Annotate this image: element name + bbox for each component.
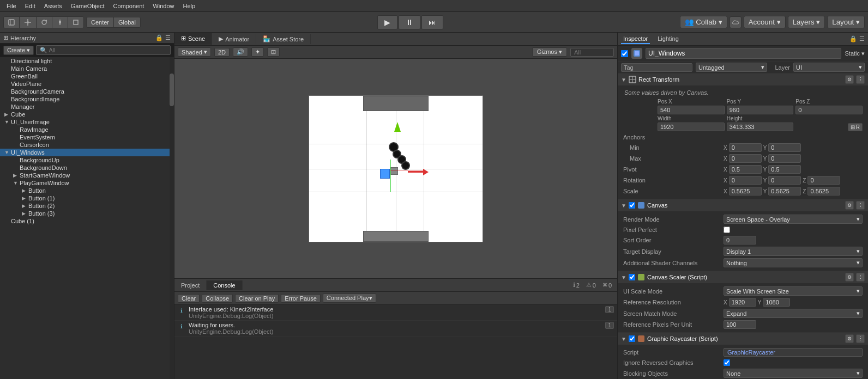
effects-button[interactable]: ✦ <box>251 47 264 57</box>
canvas-settings-button[interactable]: ⚙ <box>845 201 854 210</box>
tree-item-backgroundup[interactable]: BackgroundUp <box>0 156 170 164</box>
hierarchy-scrollbar-thumb[interactable] <box>170 74 174 106</box>
hand-tool-button[interactable] <box>4 17 20 28</box>
canvas-scaler-enabled-checkbox[interactable] <box>629 274 635 280</box>
rect-tool-button[interactable] <box>68 17 83 28</box>
scene-viewport[interactable] <box>174 59 617 278</box>
global-button[interactable]: Global <box>114 17 140 27</box>
ref-res-x-field[interactable] <box>729 298 756 307</box>
tag-dropdown[interactable]: Untagged ▾ <box>696 63 767 72</box>
tab-console[interactable]: Console <box>207 280 242 290</box>
tree-item-greenball[interactable]: GreenBall <box>0 72 170 80</box>
step-button[interactable]: ⏭ <box>421 15 443 29</box>
shader-channels-dropdown[interactable]: Nothing ▾ <box>724 258 863 267</box>
static-arrow[interactable]: ▾ <box>861 50 865 57</box>
tree-item-ui-windows[interactable]: ▼UI_Windows <box>0 149 170 156</box>
object-name-field[interactable] <box>646 48 841 59</box>
ignore-reversed-checkbox[interactable] <box>724 359 730 366</box>
pos-y-field[interactable] <box>727 106 794 114</box>
pivot-button[interactable]: Center <box>87 17 114 27</box>
hierarchy-more-icon[interactable]: ☰ <box>165 34 171 41</box>
canvas-header[interactable]: ▼ Canvas ⚙ ⋮ <box>618 199 868 211</box>
anchor-min-y-field[interactable] <box>768 143 801 152</box>
gizmos-dropdown[interactable]: Gizmos ▾ <box>532 47 567 57</box>
layer-dropdown[interactable]: UI ▾ <box>793 63 865 72</box>
tree-item-main-camera[interactable]: Main Camera <box>0 65 170 72</box>
tree-item-button1[interactable]: ▶Button (1) <box>0 194 170 202</box>
graphic-raycaster-overflow-button[interactable]: ⋮ <box>856 334 865 343</box>
anchor-max-y-field[interactable] <box>768 154 801 163</box>
target-display-dropdown[interactable]: Display 1 ▾ <box>724 247 863 256</box>
overlay-button[interactable]: ⊡ <box>267 47 280 57</box>
play-button[interactable]: ▶ <box>377 15 397 29</box>
width-field[interactable] <box>658 123 725 131</box>
rot-y-field[interactable] <box>768 176 801 185</box>
graphic-raycaster-enabled-checkbox[interactable] <box>629 335 635 342</box>
tree-item-cube[interactable]: ▶Cube <box>0 111 170 118</box>
render-mode-dropdown[interactable]: Screen Space - Overlay ▾ <box>724 215 863 224</box>
canvas-scaler-header[interactable]: ▼ Canvas Scaler (Script) ⚙ ⋮ <box>618 271 868 283</box>
tree-item-cursoricon[interactable]: CursorIcon <box>0 141 170 149</box>
clear-on-play-button[interactable]: Clear on Play <box>235 294 279 303</box>
object-enabled-checkbox[interactable] <box>621 50 628 57</box>
tree-item-videoplane[interactable]: VideoPlane <box>0 80 170 88</box>
inspector-more-icon[interactable]: ☰ <box>859 35 865 42</box>
canvas-enabled-checkbox[interactable] <box>629 202 635 209</box>
tree-item-cube1[interactable]: Cube (1) <box>0 217 170 225</box>
menu-gameobject[interactable]: GameObject <box>67 0 109 12</box>
tree-item-background-image[interactable]: BackgroundImage <box>0 95 170 103</box>
graphic-raycaster-settings-button[interactable]: ⚙ <box>845 334 854 343</box>
tab-animator[interactable]: ▶ Animator <box>212 34 256 44</box>
menu-help[interactable]: Help <box>178 0 200 12</box>
sort-order-field[interactable] <box>724 236 756 244</box>
clear-button[interactable]: Clear <box>178 294 200 303</box>
hierarchy-lock-icon[interactable]: 🔒 <box>155 34 163 41</box>
2d-button[interactable]: 2D <box>214 48 230 57</box>
height-field[interactable] <box>727 123 794 131</box>
screen-match-mode-dropdown[interactable]: Expand ▾ <box>724 309 863 318</box>
collab-button[interactable]: 👥 Collab ▾ <box>680 16 727 28</box>
anchor-min-x-field[interactable] <box>729 143 762 152</box>
menu-component[interactable]: Component <box>108 0 148 12</box>
log-item-0[interactable]: ℹ Interface used: Kinect2Interface Unity… <box>174 305 617 321</box>
inspector-lock-icon[interactable]: 🔒 <box>849 35 857 42</box>
menu-assets[interactable]: Assets <box>40 0 67 12</box>
tree-item-startgamewindow[interactable]: ▶StartGameWindow <box>0 172 170 179</box>
menu-edit[interactable]: Edit <box>21 0 40 12</box>
pos-x-field[interactable] <box>658 106 725 114</box>
tree-item-button[interactable]: ▶Button <box>0 187 170 194</box>
hierarchy-search-input[interactable] <box>36 45 171 55</box>
rect-transform-overflow-button[interactable]: ⋮ <box>856 75 865 84</box>
tree-item-playgamewindow[interactable]: ▼PlayGameWindow <box>0 179 170 187</box>
tree-item-directional-light[interactable]: Directional light <box>0 57 170 65</box>
cloud-button[interactable] <box>730 16 742 28</box>
tab-inspector[interactable]: Inspector <box>621 34 650 44</box>
rot-z-field[interactable] <box>807 176 840 185</box>
shading-dropdown[interactable]: Shaded ▾ <box>178 47 211 57</box>
menu-window[interactable]: Window <box>148 0 178 12</box>
rect-transform-header[interactable]: ▼ Rect Transform ⚙ ⋮ <box>618 74 868 85</box>
canvas-overflow-button[interactable]: ⋮ <box>856 201 865 210</box>
tree-item-backgrounddown[interactable]: BackgroundDown <box>0 164 170 172</box>
layers-button[interactable]: Layers ▾ <box>788 16 825 28</box>
tree-item-button3[interactable]: ▶Button (3) <box>0 210 170 217</box>
anchor-max-x-field[interactable] <box>729 154 762 163</box>
layout-button[interactable]: Layout ▾ <box>827 16 865 28</box>
error-pause-button[interactable]: Error Pause <box>281 294 321 303</box>
account-button[interactable]: Account ▾ <box>744 16 786 28</box>
tree-item-background-camera[interactable]: BackgroundCamera <box>0 88 170 95</box>
create-button[interactable]: Create ▾ <box>3 46 34 55</box>
blocking-objects-dropdown[interactable]: None ▾ <box>724 369 863 378</box>
tab-lighting[interactable]: Lighting <box>655 34 681 44</box>
rotate-tool-button[interactable] <box>37 17 52 28</box>
pixel-perfect-checkbox[interactable] <box>724 227 730 233</box>
tab-asset-store[interactable]: 🏪 Asset Store <box>256 34 311 44</box>
tab-scene[interactable]: ⊞ Scene <box>174 33 212 45</box>
connected-player-button[interactable]: Connected Play▾ <box>323 294 376 303</box>
scale-z-field[interactable] <box>807 187 840 195</box>
canvas-scaler-overflow-button[interactable]: ⋮ <box>856 273 865 282</box>
scene-search-input[interactable] <box>570 48 614 57</box>
tree-item-manager[interactable]: Manager <box>0 103 170 111</box>
audio-button[interactable]: 🔊 <box>233 47 248 57</box>
r-button[interactable]: ⊞ R <box>848 123 863 131</box>
